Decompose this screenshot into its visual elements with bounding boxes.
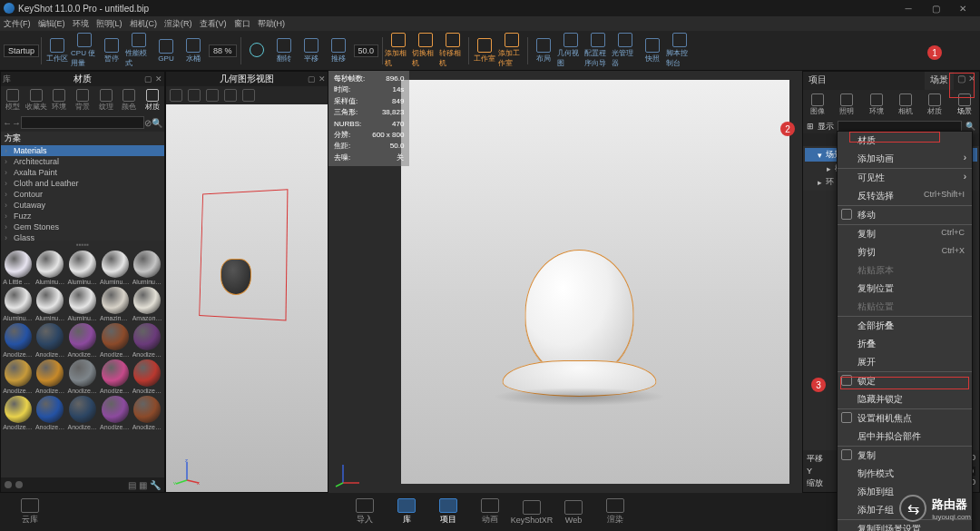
context-menu-item[interactable]: 粘贴位置 <box>838 298 972 317</box>
geom-tool-3[interactable] <box>206 89 219 102</box>
context-menu-item[interactable]: 隐藏并锁定 <box>838 390 972 409</box>
bottom-animation[interactable]: 动画 <box>469 498 511 526</box>
material-swatch[interactable]: Aluminum ... <box>132 251 162 285</box>
tab-project[interactable]: 项目 <box>803 72 832 90</box>
menu-item[interactable]: 文件(F) <box>4 18 31 30</box>
tree-item[interactable]: Fuzz <box>1 211 164 221</box>
tree-item[interactable]: Glass <box>1 232 164 241</box>
clear-icon[interactable]: ⊘ <box>144 118 152 128</box>
tree-item[interactable]: Cutaway <box>1 200 164 211</box>
context-menu-item[interactable]: 折叠 <box>838 335 972 353</box>
menu-item[interactable]: 帮助(H) <box>258 18 286 30</box>
toolbar-button[interactable]: 性能模式 <box>125 33 152 69</box>
search-icon[interactable]: 🔍 <box>152 118 162 128</box>
context-menu-item[interactable]: 锁定 <box>838 372 972 390</box>
project-category[interactable]: 图像 <box>803 90 832 119</box>
tree-item[interactable]: Materials <box>1 145 164 156</box>
toolbar-button[interactable]: 暂停 <box>98 33 125 69</box>
material-swatch[interactable]: Aluminum ... <box>35 251 66 285</box>
material-swatch[interactable]: Amazon M... <box>132 287 162 321</box>
startup-label[interactable]: Startup <box>4 44 39 57</box>
toolbar-button[interactable]: 工作室 <box>471 33 498 69</box>
material-swatch[interactable]: Anodized ... <box>67 323 98 358</box>
tree-item[interactable]: Gem Stones <box>1 221 164 232</box>
context-menu-item[interactable]: 复制Ctrl+C <box>838 225 972 243</box>
tab-scene[interactable]: 场景 <box>925 72 954 90</box>
material-swatch[interactable]: Aluminum ... <box>35 287 66 321</box>
material-swatch[interactable]: Anodized ... <box>100 359 131 394</box>
geom-tool-5[interactable] <box>242 89 255 102</box>
context-menu-item[interactable]: 粘贴原本 <box>838 261 972 280</box>
zoom2-value[interactable]: 50.0 <box>354 44 379 57</box>
menu-item[interactable]: 编辑(E) <box>38 18 65 30</box>
context-menu-item[interactable]: 设置相机焦点 <box>838 409 972 428</box>
toolbar-button[interactable]: 添加工作室 <box>498 33 525 69</box>
project-category[interactable]: 相机 <box>891 90 920 119</box>
geom-tool-4[interactable] <box>224 89 237 102</box>
toolbar-button[interactable]: 翻转 <box>270 33 298 69</box>
toolbar-button[interactable]: 水桶 <box>180 33 207 69</box>
material-swatch[interactable]: Anodized ... <box>67 396 98 430</box>
back-icon[interactable]: ← <box>3 118 12 128</box>
view-icon[interactable]: ▤ ▦ 🔧 <box>128 480 161 490</box>
material-tab[interactable]: 模型 <box>1 89 24 112</box>
menu-item[interactable]: 渲染(R) <box>164 18 192 30</box>
toolbar-button[interactable]: 几何视图 <box>557 33 584 69</box>
menu-item[interactable]: 环境 <box>73 18 89 30</box>
tree-root[interactable]: 方案 <box>1 132 164 145</box>
toolbar-button[interactable]: 添加相机 <box>385 33 412 69</box>
context-menu-item[interactable]: 添加动画 <box>838 150 972 169</box>
material-tab[interactable]: 环境 <box>47 89 71 112</box>
context-menu-item[interactable]: 移动 <box>838 206 972 225</box>
material-swatch[interactable]: Amazing G... <box>100 287 131 321</box>
material-swatch[interactable]: Aluminum ... <box>67 251 98 285</box>
render-viewport[interactable]: 每秒帧数:896.0时间:14s采样值:849三角形:38,823NURBS:4… <box>328 71 802 493</box>
menu-item[interactable]: 照明(L) <box>96 18 122 30</box>
context-menu-item[interactable]: 全部折叠 <box>838 317 972 335</box>
project-category[interactable]: 场景 <box>950 90 979 119</box>
material-swatch[interactable]: Aluminum ... <box>100 251 131 285</box>
context-menu-item[interactable]: 复制位置 <box>838 280 972 298</box>
context-menu-item[interactable]: 居中并拟合部件 <box>838 428 972 447</box>
context-menu-item[interactable]: 材质 <box>838 132 972 150</box>
tree-item[interactable]: Axalta Paint <box>1 167 164 178</box>
material-swatch[interactable]: A Little Lila... <box>3 251 34 285</box>
bottom-keyshotxr[interactable]: KeyShotXR <box>511 500 553 525</box>
bottom-web[interactable]: Web <box>553 500 594 525</box>
geom-tool-1[interactable] <box>170 89 182 102</box>
material-swatch[interactable]: Anodized ... <box>3 396 34 430</box>
toolbar-button[interactable]: 转移相机 <box>439 33 466 69</box>
material-tab[interactable]: 颜色 <box>118 89 142 112</box>
menu-item[interactable]: 查看(V) <box>200 18 227 30</box>
toolbar-button[interactable]: 配置程序向导 <box>584 33 612 69</box>
menu-item[interactable]: 窗口 <box>234 18 250 30</box>
toolbar-button[interactable]: 工作区 <box>44 33 71 69</box>
search-input[interactable] <box>21 116 144 129</box>
bottom-project[interactable]: 项目 <box>427 498 469 526</box>
maximize-button[interactable]: ▢ <box>922 4 949 14</box>
geom-tool-2[interactable] <box>188 89 201 102</box>
material-swatch[interactable]: Anodized ... <box>3 323 34 358</box>
project-category[interactable]: 材质 <box>920 90 949 119</box>
toolbar-button[interactable]: 推移 <box>325 33 352 69</box>
material-tab[interactable]: 纹理 <box>94 89 118 112</box>
bottom-cloud[interactable]: 云库 <box>9 498 51 526</box>
toolbar-button[interactable]: 平移 <box>298 33 325 69</box>
context-menu-item[interactable]: 制作模式 <box>838 465 972 483</box>
bottom-import[interactable]: 导入 <box>344 498 386 526</box>
project-category[interactable]: 照明 <box>832 90 861 119</box>
material-swatch[interactable]: Aluminum ... <box>3 287 34 321</box>
zoom-value[interactable]: 88 % <box>209 44 237 57</box>
material-swatch[interactable]: Anodized ... <box>132 359 162 394</box>
menu-item[interactable]: 相机(C) <box>130 18 158 30</box>
refresh-button[interactable] <box>243 33 270 69</box>
material-swatch[interactable]: Anodized ... <box>3 359 34 394</box>
model-mesh[interactable] <box>220 259 251 295</box>
material-swatch[interactable]: Aluminum ... <box>67 287 98 321</box>
material-swatch[interactable]: Anodized ... <box>132 323 162 358</box>
context-menu-item[interactable]: 复制 <box>838 447 972 465</box>
tree-item[interactable]: Architectural <box>1 156 164 167</box>
material-swatch[interactable]: Anodized ... <box>35 359 66 394</box>
filter-icon[interactable]: ⊞ <box>807 122 814 131</box>
minimize-button[interactable]: ─ <box>895 4 922 14</box>
